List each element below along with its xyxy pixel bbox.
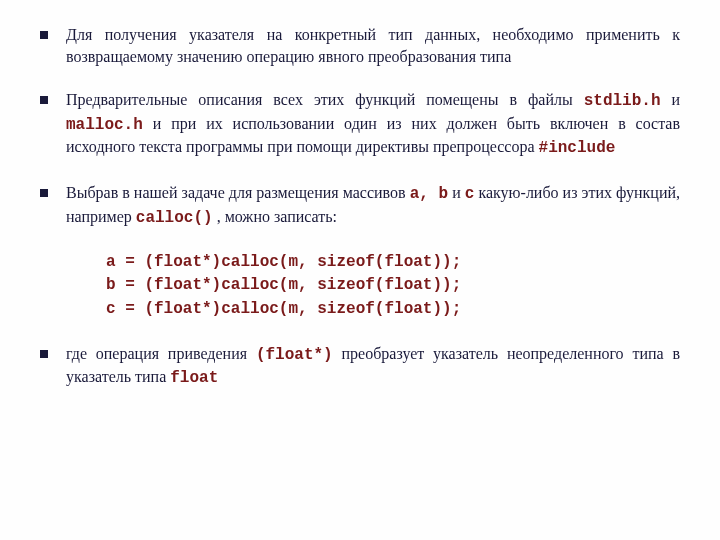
text-span: и [448, 184, 465, 201]
bullet-marker-icon [40, 350, 48, 358]
bullet-4: где операция приведения (float*) преобра… [40, 343, 680, 390]
bullet-3: Выбрав в нашей задаче для размещения мас… [40, 182, 680, 229]
bullet-marker-icon [40, 31, 48, 39]
slide: Для получения указателя на конкретный ти… [0, 0, 720, 436]
bullet-2-text: Предварительные описания всех этих функц… [66, 89, 680, 160]
code-inline-c: c [465, 185, 475, 203]
code-block: a = (float*)calloc(m, sizeof(float)); b … [106, 251, 680, 321]
code-inline-ab: a, b [410, 185, 448, 203]
code-inline-include: #include [539, 139, 616, 157]
bullet-1: Для получения указателя на конкретный ти… [40, 24, 680, 67]
code-inline-floatcast: (float*) [256, 346, 333, 364]
code-inline-malloc: malloc.h [66, 116, 143, 134]
code-inline-float: float [170, 369, 218, 387]
code-inline-calloc: calloc() [136, 209, 213, 227]
text-span: Выбрав в нашей задаче для размещения мас… [66, 184, 410, 201]
bullet-2: Предварительные описания всех этих функц… [40, 89, 680, 160]
bullet-marker-icon [40, 189, 48, 197]
code-inline-stdlib: stdlib.h [584, 92, 661, 110]
text-span: и [660, 91, 680, 108]
text-span: где операция приведения [66, 345, 256, 362]
text-span: , можно записать: [213, 208, 337, 225]
text-span: Предварительные описания всех этих функц… [66, 91, 584, 108]
bullet-4-text: где операция приведения (float*) преобра… [66, 343, 680, 390]
bullet-1-text: Для получения указателя на конкретный ти… [66, 24, 680, 67]
bullet-3-text: Выбрав в нашей задаче для размещения мас… [66, 182, 680, 229]
bullet-marker-icon [40, 96, 48, 104]
